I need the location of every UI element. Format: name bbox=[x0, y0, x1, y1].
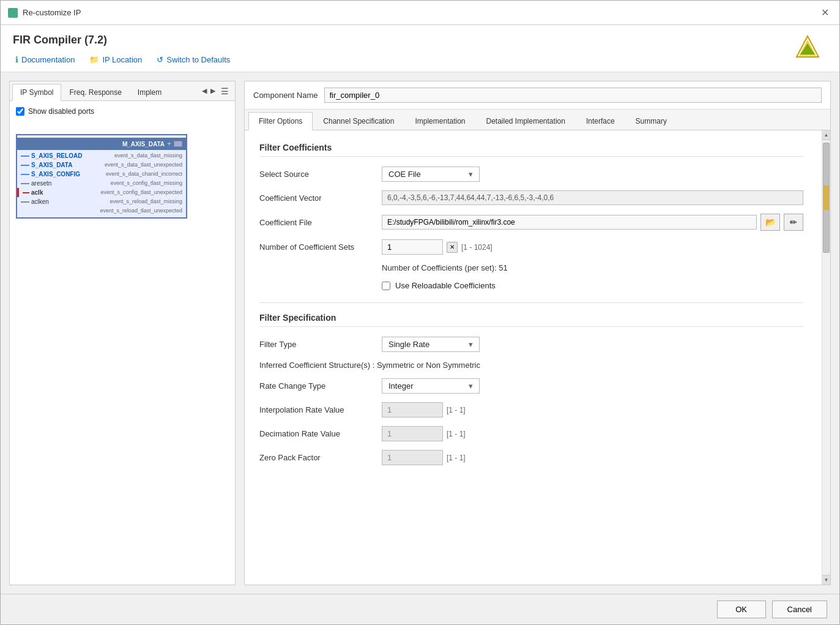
tab-nav: ◀ ▶ bbox=[200, 84, 217, 97]
ip-block: M_AXIS_DATA + S_AXIS_RELOAD event_s_data… bbox=[16, 134, 187, 219]
tab-content-wrapper: Filter Coefficients Select Source COE Fi… bbox=[245, 130, 830, 585]
main-window: Re-customize IP ✕ FIR Compiler (7.2) ℹ D… bbox=[0, 0, 840, 625]
select-source-dropdown[interactable]: COE File ▾ bbox=[382, 167, 480, 182]
show-disabled-label[interactable]: Show disabled ports bbox=[28, 107, 94, 116]
title-bar-left: Re-customize IP bbox=[8, 8, 81, 18]
use-reloadable-label[interactable]: Use Reloadable Coefficients bbox=[395, 281, 496, 290]
edit-icon: ✏ bbox=[790, 217, 797, 227]
tab-freq-response[interactable]: Freq. Response bbox=[61, 84, 129, 100]
tab-menu-button[interactable]: ☰ bbox=[217, 84, 232, 99]
select-source-label: Select Source bbox=[259, 170, 382, 179]
coefficient-file-input[interactable] bbox=[382, 215, 757, 230]
port-name-config: S_AXIS_CONFIG bbox=[31, 171, 80, 178]
zero-pack-input[interactable] bbox=[382, 450, 443, 465]
port-connector-config bbox=[21, 174, 29, 175]
interpolation-rate-input[interactable] bbox=[382, 402, 443, 417]
tab-implementation[interactable]: Implementation bbox=[404, 112, 475, 130]
num-coefficient-sets-clear[interactable]: ✕ bbox=[447, 242, 458, 253]
filter-type-row: Filter Type Single Rate ▾ bbox=[259, 337, 803, 352]
m-axis-icon bbox=[174, 141, 182, 147]
port-row-aresetn: aresetn event_s_config_tlast_missing bbox=[17, 179, 186, 188]
filter-type-label: Filter Type bbox=[259, 340, 382, 349]
decimation-rate-input[interactable] bbox=[382, 426, 443, 441]
left-panel-content: Show disabled ports M_AXIS_DATA + bbox=[10, 101, 235, 585]
zero-pack-row: Zero Pack Factor [1 - 1] bbox=[259, 450, 803, 465]
header-actions: ℹ Documentation 📁 IP Location ↺ Switch t… bbox=[13, 54, 827, 65]
app-title: FIR Compiler (7.2) bbox=[13, 34, 827, 47]
decimation-rate-range: [1 - 1] bbox=[447, 430, 466, 438]
filter-type-dropdown[interactable]: Single Rate ▾ bbox=[382, 337, 480, 352]
coefficient-file-label: Coefficient File bbox=[259, 218, 382, 227]
window-title: Re-customize IP bbox=[23, 8, 81, 17]
port-connector-reload bbox=[21, 155, 29, 157]
num-coefficients-text: Number of Coefficients (per set): 51 bbox=[382, 263, 803, 272]
coefficient-vector-label: Coefficient Vector bbox=[259, 193, 382, 203]
ok-button[interactable]: OK bbox=[717, 601, 766, 618]
scroll-thumb-highlight bbox=[823, 185, 829, 210]
scroll-up-icon: ▲ bbox=[824, 132, 829, 138]
cancel-button[interactable]: Cancel bbox=[772, 601, 827, 618]
scrollbar-track: ▲ ▼ bbox=[822, 130, 830, 585]
ip-diagram: M_AXIS_DATA + S_AXIS_RELOAD event_s_data… bbox=[16, 134, 229, 219]
port-name-reload: S_AXIS_RELOAD bbox=[31, 152, 82, 159]
switch-defaults-label: Switch to Defaults bbox=[166, 55, 230, 64]
num-coefficient-sets-label: Number of Coefficient Sets bbox=[259, 242, 382, 252]
tab-summary[interactable]: Summary bbox=[625, 112, 677, 130]
port-event-reload: event_s_data_tlast_missing bbox=[102, 152, 182, 159]
show-disabled-row: Show disabled ports bbox=[16, 107, 229, 116]
switch-defaults-button[interactable]: ↺ Switch to Defaults bbox=[154, 54, 232, 65]
coefficient-vector-row: Coefficient Vector bbox=[259, 190, 803, 205]
tab-next-button[interactable]: ▶ bbox=[209, 84, 217, 97]
port-name-aclken: aclken bbox=[31, 198, 49, 205]
port-event-data: event_s_data_tlast_unexpected bbox=[102, 162, 182, 168]
show-disabled-checkbox[interactable] bbox=[16, 107, 24, 116]
port-name-aresetn: aresetn bbox=[31, 180, 51, 187]
port-row-aclk: aclk event_s_config_tlast_unexpected bbox=[17, 188, 186, 197]
select-source-control: COE File ▾ bbox=[382, 167, 803, 182]
filter-type-arrow-icon: ▾ bbox=[469, 340, 473, 349]
port-event-aclk: event_s_config_tlast_unexpected bbox=[100, 189, 182, 196]
browse-folder-icon: 📂 bbox=[765, 217, 776, 227]
header: FIR Compiler (7.2) ℹ Documentation 📁 IP … bbox=[1, 25, 839, 72]
ip-location-label: IP Location bbox=[102, 55, 142, 64]
rate-change-type-label: Rate Change Type bbox=[259, 381, 382, 391]
file-input-row: 📂 ✏ bbox=[382, 214, 803, 231]
tab-interface[interactable]: Interface bbox=[576, 112, 625, 130]
component-name-input[interactable] bbox=[324, 88, 822, 103]
coefficient-vector-input[interactable] bbox=[382, 190, 803, 205]
app-logo bbox=[794, 34, 821, 62]
port-row-reload: S_AXIS_RELOAD event_s_data_tlast_missing bbox=[17, 151, 186, 160]
port-name-aclk: aclk bbox=[31, 189, 43, 196]
scroll-up-button[interactable]: ▲ bbox=[822, 130, 830, 140]
tab-detailed-impl[interactable]: Detailed Implementation bbox=[475, 112, 575, 130]
port-row-config: S_AXIS_CONFIG event_s_data_chanid_incorr… bbox=[17, 170, 186, 179]
scroll-down-button[interactable]: ▼ bbox=[822, 575, 830, 585]
tab-implem[interactable]: Implem bbox=[130, 84, 169, 100]
right-panel: Component Name Filter Options Channel Sp… bbox=[244, 81, 831, 585]
tab-prev-button[interactable]: ◀ bbox=[200, 84, 209, 97]
component-name-row: Component Name bbox=[245, 81, 830, 110]
interpolation-rate-row: Interpolation Rate Value [1 - 1] bbox=[259, 402, 803, 417]
ip-location-button[interactable]: 📁 IP Location bbox=[87, 54, 144, 65]
browse-file-button[interactable]: 📂 bbox=[760, 214, 780, 231]
interpolation-rate-label: Interpolation Rate Value bbox=[259, 405, 382, 414]
tab-channel-spec[interactable]: Channel Specification bbox=[313, 112, 404, 130]
scrollbar-thumb[interactable] bbox=[823, 143, 830, 253]
zero-pack-range: [1 - 1] bbox=[447, 454, 466, 462]
port-connector-data bbox=[21, 165, 29, 166]
decimation-rate-row: Decimation Rate Value [1 - 1] bbox=[259, 426, 803, 441]
rate-change-type-dropdown[interactable]: Integer ▾ bbox=[382, 378, 480, 394]
tab-filter-options[interactable]: Filter Options bbox=[248, 112, 313, 130]
documentation-button[interactable]: ℹ Documentation bbox=[13, 54, 77, 65]
use-reloadable-checkbox[interactable] bbox=[382, 282, 390, 290]
coefficient-vector-control bbox=[382, 190, 803, 205]
port-row-aclken: aclken event_s_reload_tlast_missing bbox=[17, 197, 186, 206]
main-content: IP Symbol Freq. Response Implem ◀ ▶ ☰ Sh… bbox=[1, 72, 839, 594]
tab-ip-symbol[interactable]: IP Symbol bbox=[12, 84, 61, 101]
select-source-row: Select Source COE File ▾ bbox=[259, 167, 803, 182]
inferred-coefficient-text: Inferred Coefficient Structure(s) : Symm… bbox=[259, 361, 803, 370]
num-coefficient-sets-input[interactable] bbox=[382, 239, 443, 255]
edit-file-button[interactable]: ✏ bbox=[784, 214, 803, 231]
rate-change-type-control: Integer ▾ bbox=[382, 378, 803, 394]
close-button[interactable]: ✕ bbox=[817, 6, 832, 20]
